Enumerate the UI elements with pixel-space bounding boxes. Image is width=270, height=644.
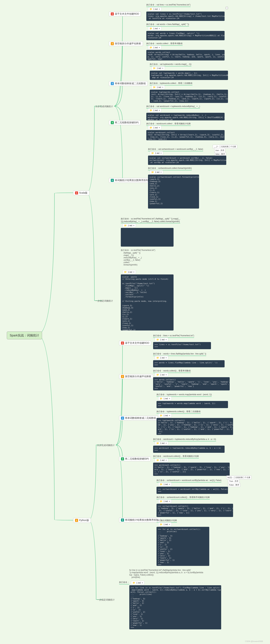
plus-icon[interactable]: +: [133, 224, 134, 227]
plus-icon[interactable]: +: [133, 271, 134, 273]
s4-node[interactable]: 4将二元组数组按键归约: [109, 120, 141, 125]
p3-node[interactable]: 3将单词数组映射成二元组数组: [119, 416, 158, 420]
ied-bar[interactable]: 📁1 ied+: [155, 356, 168, 360]
ied-label: 1 ied: [128, 271, 132, 273]
ied-bar[interactable]: 📁1 ied+: [148, 126, 162, 130]
ied-bar[interactable]: 📁1 ied+: [158, 396, 172, 400]
folder-icon: 📁: [156, 338, 159, 341]
s4-label: 将二元组数组按键归约: [115, 121, 139, 124]
ied-label: 1 ied: [164, 483, 168, 486]
p1-code: >>> lines = sc.textFile("/home/test.txt"…: [153, 342, 211, 349]
ied-bar[interactable]: 📁1 ied+: [122, 224, 136, 228]
ied-label: 1 ied: [153, 109, 158, 112]
ied-label: 1 ied: [160, 338, 165, 341]
s1-code: scala> val lines = sc.textFile("/home/te…: [146, 12, 225, 21]
plus-icon[interactable]: +: [166, 338, 167, 341]
s1-num: 1: [111, 12, 114, 16]
ied-bar[interactable]: 📁1 ied+: [150, 151, 163, 155]
plus-icon[interactable]: +: [159, 126, 160, 129]
s2-node[interactable]: 2按空格拆分作扁平化映射: [109, 41, 143, 46]
s4-cmd2: 执行命令：wordcount.collect，查看词频统计结果: [146, 122, 191, 126]
s5-node[interactable]: 5将词频统计结果按次数降序排列: [109, 178, 150, 183]
ied-label: 1 ied: [164, 500, 168, 502]
plus-icon[interactable]: +: [159, 46, 160, 49]
ied-label: 1 ied: [153, 126, 158, 129]
folder-icon: 📁: [150, 27, 152, 30]
folder-icon: 📁: [124, 224, 127, 227]
s1-node[interactable]: 1基于文本文件创建RDD: [109, 12, 141, 16]
plus-icon[interactable]: +: [162, 67, 163, 70]
p1-node[interactable]: 1基于文本文件创建RDD: [119, 341, 151, 346]
ied-label: 1 ied: [164, 414, 168, 417]
ied-bar[interactable]: 📁1 ied+: [131, 581, 145, 585]
plus-icon[interactable]: +: [159, 8, 160, 10]
folder-icon: 📁: [151, 152, 154, 154]
plus-icon[interactable]: +: [166, 357, 167, 359]
p3-cmd1: 执行命令：tuplewords = words.map(lambda word …: [157, 393, 212, 397]
scala-branch[interactable]: 1Scala版: [73, 190, 89, 195]
plus-icon[interactable]: +: [142, 582, 143, 584]
p5-node[interactable]: 5将词频统计结果按次数降序排列: [119, 518, 160, 522]
ied-bar[interactable]: 📁1 ied+: [158, 522, 172, 526]
root-title: Spark实战：词频统计: [10, 334, 39, 337]
s3-node[interactable]: 3将单词数组映射成二元组数组: [109, 81, 148, 86]
p2-node[interactable]: 2按空格拆分作扁平化映射: [119, 374, 153, 379]
ied-bar[interactable]: 📁1 ied+: [158, 414, 172, 418]
ied-bar[interactable]: 📁1 ied+: [155, 338, 168, 342]
s6-code2: scala> :paste // Entering paste mode (ct…: [121, 274, 174, 330]
s1-label: 基于文本文件创建RDD: [115, 12, 139, 16]
plus-icon[interactable]: +: [169, 500, 170, 502]
p3-code1: >>> tuplewords = words.map(lambda word :…: [157, 401, 228, 408]
ied-bar[interactable]: 📁1 ied+: [155, 441, 168, 445]
ied-label: 1 ied: [153, 8, 158, 10]
ied-bar[interactable]: 📁1 ied+: [152, 85, 165, 89]
plus-icon[interactable]: +: [161, 171, 162, 174]
expand-toggle[interactable]: −: [226, 7, 228, 9]
p5-cmd1: 执行命令：sortwordcount = wordcount.sortBy(la…: [157, 479, 221, 482]
folder-icon: 📁: [153, 86, 156, 88]
plus-icon[interactable]: +: [166, 459, 167, 462]
plus-icon[interactable]: +: [169, 414, 170, 417]
root-node[interactable]: Spark实战：词频统计: [7, 332, 42, 339]
s6-cmd1: 执行命令：sc.textFile("/home/test.txt").flatM…: [121, 218, 180, 223]
ied-bar[interactable]: 📁1 ied+: [148, 108, 162, 112]
p2-code2: >>> words.collect() ['hello', 'hadoop', …: [153, 377, 230, 390]
plus-icon[interactable]: +: [159, 109, 160, 112]
plus-icon[interactable]: +: [166, 374, 167, 376]
ied-label: 1 ied: [157, 86, 161, 88]
ied-bar[interactable]: 📁1 ied+: [150, 170, 163, 174]
plus-icon[interactable]: +: [161, 152, 162, 154]
s5-label: 将词频统计结果按次数降序排列: [115, 179, 148, 182]
ied-bar[interactable]: 📁1 ied+: [158, 499, 172, 503]
plus-icon[interactable]: +: [162, 86, 163, 88]
plus-icon[interactable]: +: [159, 27, 160, 30]
ied-bar[interactable]: 📁1 ied+: [148, 46, 162, 50]
folder-icon: 📁: [156, 442, 159, 444]
plus-icon[interactable]: +: [169, 398, 170, 400]
python-branch[interactable]: 2Python版: [73, 518, 91, 523]
ied-label: 1 ied: [160, 442, 165, 444]
ied-bar[interactable]: 📁1 ied+: [158, 482, 172, 486]
s3-code1: scala> val tuplewords = words.map((_, 1)…: [150, 71, 228, 80]
folder-icon: 📁: [150, 109, 152, 112]
folder-icon: 📁: [160, 500, 163, 502]
plus-icon[interactable]: +: [169, 483, 170, 486]
p4-num: 4: [121, 457, 124, 460]
s2-label: 按空格拆分作扁平化映射: [115, 42, 141, 45]
ied-bar[interactable]: 📁1 ied+: [155, 458, 168, 462]
p6-multi: for line in sc.textFile("/home/test.txt"…: [129, 569, 203, 578]
ied-label: 1 ied: [128, 224, 132, 227]
python-stage1: 分步完成词频统计: [97, 444, 115, 447]
plus-icon[interactable]: +: [166, 442, 167, 444]
p3-code2: >>> tuplewords.collect() [('hello', 1), …: [157, 418, 233, 435]
folder-icon: 📁: [124, 271, 127, 273]
ied-bar[interactable]: 📁1 ied+: [148, 26, 162, 30]
p4-code1: >>> wordcount = tuplewords.reduceByKey(l…: [153, 446, 225, 453]
p1-cmd: 执行命令：lines = sc.textFile("/home/test.txt…: [153, 334, 194, 338]
ied-bar[interactable]: 📁1 ied+: [148, 7, 162, 11]
ied-bar[interactable]: 📁1 ied+: [152, 66, 165, 70]
p4-node[interactable]: 4将二元组数组按键归约: [119, 456, 151, 461]
ied-bar[interactable]: 📁1 ied+: [122, 270, 136, 274]
plus-icon[interactable]: +: [169, 523, 170, 526]
ied-bar[interactable]: 📁1 ied+: [155, 373, 168, 377]
